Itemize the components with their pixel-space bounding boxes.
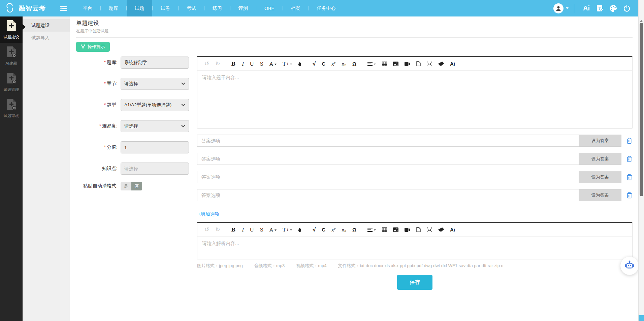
table-icon[interactable] [379,223,390,236]
chapter-select[interactable]: 请选择 [121,78,189,90]
video-icon[interactable] [401,57,413,70]
vertical-scrollbar[interactable] [638,0,644,321]
strikethrough-icon[interactable]: S [257,223,266,236]
trash-icon[interactable] [626,156,633,162]
set-as-answer-button[interactable]: 设为答案 [579,153,621,165]
nav-item-platform[interactable]: 平台 [75,0,100,16]
nav-item-archive[interactable]: 档案 [283,0,309,16]
difficulty-select[interactable]: 请选择 [121,120,189,132]
rail-item-question-review[interactable]: 试题审核 [0,95,23,121]
formula-icon[interactable]: √ [310,223,319,236]
user-menu[interactable] [553,3,574,13]
power-logout-icon[interactable] [620,5,634,12]
highlight-droplet-icon[interactable] [295,223,304,236]
superscript-icon[interactable]: x² [328,57,339,70]
set-as-answer-button[interactable]: 设为答案 [579,135,621,147]
knowledge-point-input[interactable] [121,163,189,175]
save-button[interactable]: 保存 [397,275,432,290]
strikethrough-icon[interactable]: S [257,57,266,70]
ocr-icon[interactable] [424,57,435,70]
subscript-icon[interactable]: x₂ [339,57,349,70]
trash-icon[interactable] [626,138,633,144]
menu-collapse-icon[interactable] [60,6,67,11]
help-note-icon[interactable]: ? [593,4,607,12]
align-icon[interactable] [364,57,379,70]
nav-item-questions[interactable]: 试题 [127,0,152,16]
table-icon[interactable] [379,57,390,70]
robot-assistant-button[interactable] [620,257,639,275]
underline-icon[interactable]: U [247,223,257,236]
omega-icon[interactable]: Ω [349,57,359,70]
image-icon[interactable] [390,223,401,236]
brand[interactable]: 融智云考 [0,3,46,14]
font-color-icon[interactable]: A [266,223,280,236]
eraser-icon[interactable] [435,223,447,236]
trash-icon[interactable] [626,174,633,180]
stem-editor-body[interactable]: 请输入题干内容... [197,71,632,128]
scrollbar-thumb[interactable] [640,23,643,196]
underline-icon[interactable]: U [247,57,257,70]
question-bank-input[interactable] [121,57,189,69]
set-as-answer-button[interactable]: 设为答案 [579,189,621,201]
undo-icon[interactable]: ↺ [201,57,212,70]
analysis-editor-body[interactable]: 请输入解析内容... [197,237,632,259]
file-icon[interactable] [413,57,424,70]
font-color-icon[interactable]: A [266,57,280,70]
nav-item-practice[interactable]: 练习 [204,0,230,16]
answer-option-input[interactable] [197,171,579,183]
nav-item-question-bank[interactable]: 题库 [101,0,126,16]
nav-item-task-center[interactable]: 任务中心 [309,0,344,16]
ocr-icon[interactable] [424,223,435,236]
letter-c-icon[interactable]: C [319,57,328,70]
bold-icon[interactable]: B [228,223,239,236]
add-option-link[interactable]: +增加选项 [198,211,219,217]
theme-palette-icon[interactable] [607,5,620,12]
question-type-select[interactable]: A1/A2型题(单项选择题) [121,99,189,111]
nav-item-evaluation[interactable]: 评测 [230,0,256,16]
answer-option-input[interactable] [197,189,579,201]
video-icon[interactable] [401,223,413,236]
trash-icon[interactable] [626,192,633,199]
rail-item-ai-question[interactable]: AI建题 [0,43,23,69]
highlight-droplet-icon[interactable] [295,57,304,70]
omega-icon[interactable]: Ω [349,223,359,236]
redo-icon[interactable]: ↻ [212,57,223,70]
answer-option-input[interactable] [197,153,579,165]
letter-c-icon[interactable]: C [319,223,328,236]
file-icon[interactable] [413,223,424,236]
formula-icon[interactable]: √ [310,57,319,70]
eraser-icon[interactable] [435,57,447,70]
operation-tip-button[interactable]: 操作提示 [76,42,110,52]
superscript-icon[interactable]: x² [328,223,339,236]
nav-item-obe[interactable]: OBE [256,0,283,16]
redo-icon[interactable]: ↻ [212,223,223,236]
toggle-option-yes[interactable]: 是 [121,182,131,190]
ai-icon[interactable]: Ai [447,223,458,236]
image-icon[interactable] [390,57,401,70]
rail-item-question-build[interactable]: 试题建设 [0,16,23,43]
bold-icon[interactable]: B [228,57,239,70]
answer-option-row: 设为答案 [197,189,633,201]
set-as-answer-button[interactable]: 设为答案 [579,171,621,183]
toggle-option-no[interactable]: 否 [131,182,142,190]
ai-icon[interactable]: Ai [447,57,458,70]
score-input[interactable] [121,141,189,153]
ai-assistant-icon[interactable]: Ai [580,4,593,12]
submenu-item-question-build[interactable]: 试题建设 [23,19,70,32]
rail-item-question-manage[interactable]: 试题管理 [0,69,23,95]
italic-icon[interactable]: I [238,223,247,236]
font-size-icon[interactable]: T↕ [280,223,295,236]
scrollbar-bottom-button[interactable] [639,315,644,321]
field-question-bank: *题库: [76,57,197,69]
nav-item-exams[interactable]: 考试 [179,0,204,16]
submenu-item-question-import[interactable]: 试题导入 [23,32,70,44]
answer-option-input[interactable] [197,135,579,147]
undo-icon[interactable]: ↺ [201,223,212,236]
align-icon[interactable] [364,223,379,236]
font-size-icon[interactable]: T↕ [280,57,295,70]
scrollbar-up-arrow[interactable] [640,19,643,22]
italic-icon[interactable]: I [238,57,247,70]
paste-clear-format-toggle[interactable]: 是 否 [121,182,142,190]
nav-item-papers[interactable]: 试卷 [153,0,178,16]
subscript-icon[interactable]: x₂ [339,223,349,236]
